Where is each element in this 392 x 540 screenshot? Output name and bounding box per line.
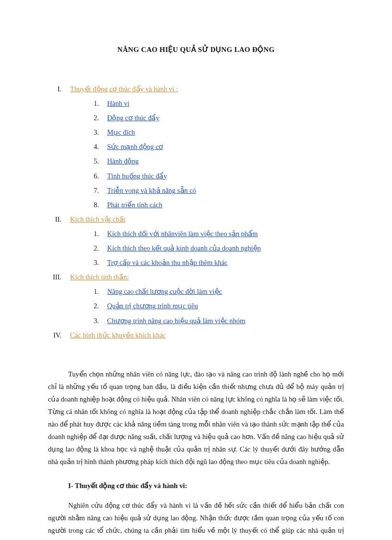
toc-item-link[interactable]: Phát triển tính cách <box>107 199 162 211</box>
toc-section-link[interactable]: Kích thích tinh thần: <box>70 271 129 283</box>
toc-section-link[interactable]: Các hình thức khuyến khích khác <box>70 329 166 341</box>
toc-section: II.Kích thích vật chất <box>48 213 344 226</box>
document-page: NÂNG CAO HIỆU QUẢ SỬ DỤNG LAO ĐỘNG I.Thu… <box>0 0 392 540</box>
toc-item-link[interactable]: Chương trình nâng cao hiệu quả làm việc … <box>107 314 245 327</box>
toc-roman: IV. <box>48 329 70 341</box>
toc-item-link[interactable]: Quản trị chương trình mục tiêu <box>107 300 198 312</box>
toc-section: I.Thuyết động cơ thúc đẩy và hành vi : <box>48 83 344 95</box>
toc-item-number: 7. <box>94 184 107 197</box>
toc-item-link[interactable]: Hành động <box>107 155 139 167</box>
toc-item: 3.Trợ cấp và các khoản thu nhập thêm khá… <box>94 256 344 269</box>
page-title: NÂNG CAO HIỆU QUẢ SỬ DỤNG LAO ĐỘNG <box>48 43 344 56</box>
toc-item-link[interactable]: Động cơ thúc đẩy <box>107 112 159 124</box>
toc-roman: I. <box>48 83 70 95</box>
toc-item-number: 6. <box>94 170 107 182</box>
toc-item-number: 2. <box>94 112 107 124</box>
toc-item: 1.Hành vi <box>94 97 344 110</box>
toc-item: 7.Triễn vong và khả năng sẵn có <box>94 184 344 197</box>
toc-section: III.Kích thích tinh thần: <box>48 271 344 283</box>
toc-item: 2.Quản trị chương trình mục tiêu <box>94 300 344 312</box>
toc-roman: III. <box>48 271 70 283</box>
toc-item-link[interactable]: Hành vi <box>107 97 129 110</box>
toc-item-link[interactable]: Triễn vong và khả năng sẵn có <box>107 184 196 197</box>
toc-section: IV.Các hình thức khuyến khích khác <box>48 329 344 341</box>
toc-section-link[interactable]: Kích thích vật chất <box>70 213 125 226</box>
toc-item: 8.Phát triển tính cách <box>94 199 344 211</box>
toc-item-link[interactable]: Kích thích đối với nhânviên làm việc the… <box>107 227 258 240</box>
toc-section-link[interactable]: Thuyết động cơ thúc đẩy và hành vi : <box>70 83 178 95</box>
toc-item-number: 3. <box>94 256 107 269</box>
toc-item-number: 8. <box>94 199 107 211</box>
toc-item-number: 2. <box>94 242 107 254</box>
toc-item-link[interactable]: Trợ cấp và các khoản thu nhập thêm khác <box>107 256 228 269</box>
toc-item-number: 4. <box>94 140 107 153</box>
toc-item: 4.Sức mạnh động cơ <box>94 140 344 153</box>
toc-item: 3.Chương trình nâng cao hiệu quả làm việ… <box>94 314 344 327</box>
toc-item: 3.Mục đích <box>94 126 344 138</box>
toc-item-link[interactable]: Nâng cao chất lương cuộc đời làm việc <box>107 285 222 298</box>
toc-item-number: 1. <box>94 285 107 298</box>
toc-item-link[interactable]: Sức mạnh động cơ <box>107 140 163 153</box>
toc-item: 2.Kích thích theo kết quả kinh doanh của… <box>94 242 344 254</box>
body-paragraph-2: Nghiên cứu động cơ thúc đẩy và hành vi l… <box>48 499 344 540</box>
section-heading: I- Thuyết động cơ thúc đẩy và hành vi: <box>68 479 344 492</box>
toc-roman: II. <box>48 213 70 226</box>
body-paragraph-1: Tuyển chọn những nhân viên có năng lực, … <box>48 368 344 468</box>
toc-item-number: 3. <box>94 314 107 327</box>
toc-item-number: 5. <box>94 155 107 167</box>
toc-item: 5.Hành động <box>94 155 344 167</box>
toc-item: 1.Nâng cao chất lương cuộc đời làm việc <box>94 285 344 298</box>
toc-item-number: 1. <box>94 227 107 240</box>
toc-item: 2.Động cơ thúc đẩy <box>94 112 344 124</box>
toc-item: 6.Tình huống thúc đẩy <box>94 170 344 182</box>
toc-item-link[interactable]: Kích thích theo kết quả kinh doanh của d… <box>107 242 261 254</box>
toc-item-link[interactable]: Mục đích <box>107 126 135 138</box>
toc-item-number: 1. <box>94 97 107 110</box>
toc-item-number: 2. <box>94 300 107 312</box>
toc-item: 1.Kích thích đối với nhânviên làm việc t… <box>94 227 344 240</box>
toc-item-number: 3. <box>94 126 107 138</box>
toc-item-link[interactable]: Tình huống thúc đẩy <box>107 170 167 182</box>
table-of-contents: I.Thuyết động cơ thúc đẩy và hành vi :1.… <box>48 83 344 341</box>
